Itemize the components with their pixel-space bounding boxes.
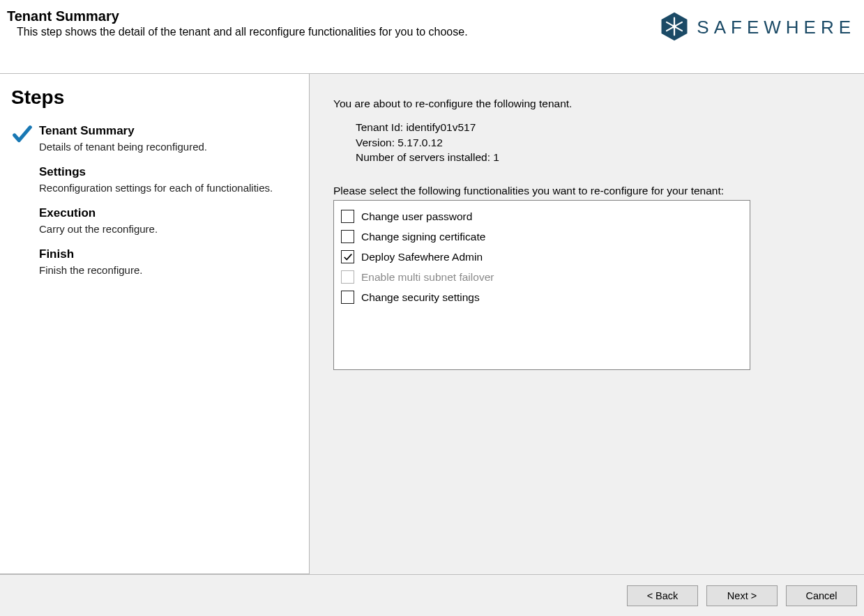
func-label: Deploy Safewhere Admin bbox=[361, 251, 483, 263]
next-button[interactable]: Next > bbox=[706, 585, 778, 606]
step-desc: Carry out the reconfigure. bbox=[39, 222, 301, 236]
func-label: Change user password bbox=[361, 210, 472, 223]
checkmark-icon bbox=[12, 124, 33, 147]
tenant-servers-value: 1 bbox=[493, 151, 499, 163]
func-deploy-safewhere-admin[interactable]: Deploy Safewhere Admin bbox=[340, 247, 744, 267]
tenant-servers-row: Number of servers installed: 1 bbox=[356, 150, 843, 165]
checkbox-checked-icon[interactable] bbox=[341, 250, 354, 263]
tenant-version-value: 5.17.0.12 bbox=[397, 137, 443, 148]
step-title: Finish bbox=[39, 247, 301, 261]
checkbox-icon[interactable] bbox=[341, 230, 354, 243]
tenant-id-value: identify01v517 bbox=[406, 121, 476, 133]
func-label: Change signing certificate bbox=[361, 231, 485, 243]
select-prompt: Please select the following functionalit… bbox=[333, 185, 843, 197]
step-settings: Settings Reconfiguration settings for ea… bbox=[11, 165, 301, 195]
steps-heading: Steps bbox=[11, 86, 301, 109]
step-desc: Reconfiguration settings for each of fun… bbox=[39, 180, 301, 195]
func-enable-multi-subnet-failover: Enable multi subnet failover bbox=[340, 267, 744, 287]
steps-sidebar: Steps Tenant Summary Details of tenant b… bbox=[0, 74, 310, 574]
content-area: Steps Tenant Summary Details of tenant b… bbox=[0, 74, 864, 574]
step-execution: Execution Carry out the reconfigure. bbox=[11, 206, 301, 236]
func-change-signing-certificate[interactable]: Change signing certificate bbox=[340, 226, 744, 247]
func-label: Enable multi subnet failover bbox=[361, 271, 494, 284]
checkbox-icon[interactable] bbox=[341, 210, 354, 223]
safewhere-icon bbox=[659, 11, 690, 44]
step-title: Settings bbox=[39, 165, 301, 179]
intro-text: You are about to re-configure the follow… bbox=[333, 98, 843, 110]
tenant-id-row: Tenant Id: identify01v517 bbox=[356, 120, 843, 135]
step-desc: Details of tenant being reconfigured. bbox=[39, 139, 301, 154]
func-label: Change security settings bbox=[361, 291, 480, 304]
header: Tenant Summary This step shows the detai… bbox=[0, 0, 864, 73]
checkbox-disabled-icon bbox=[341, 270, 354, 284]
brand-logo: SAFEWHERE bbox=[659, 6, 858, 44]
page-subtitle: This step shows the detail of the tenant… bbox=[7, 24, 468, 38]
step-title: Tenant Summary bbox=[39, 124, 301, 138]
step-finish: Finish Finish the reconfigure. bbox=[11, 247, 301, 277]
page-title: Tenant Summary bbox=[7, 8, 468, 24]
svg-point-4 bbox=[673, 24, 676, 28]
step-desc: Finish the reconfigure. bbox=[39, 263, 301, 277]
main-panel: You are about to re-configure the follow… bbox=[310, 74, 864, 574]
brand-name: SAFEWHERE bbox=[697, 17, 856, 38]
tenant-version-row: Version: 5.17.0.12 bbox=[356, 135, 843, 151]
cancel-button[interactable]: Cancel bbox=[786, 585, 857, 606]
wizard-button-bar: < Back Next > Cancel bbox=[0, 574, 864, 616]
step-title: Execution bbox=[39, 206, 301, 220]
header-text: Tenant Summary This step shows the detai… bbox=[7, 6, 468, 38]
tenant-version-label: Version: bbox=[356, 137, 395, 148]
func-change-user-password[interactable]: Change user password bbox=[340, 206, 744, 226]
checkbox-icon[interactable] bbox=[341, 291, 354, 304]
back-button[interactable]: < Back bbox=[627, 585, 698, 606]
step-tenant-summary: Tenant Summary Details of tenant being r… bbox=[11, 124, 301, 154]
tenant-id-label: Tenant Id: bbox=[356, 121, 403, 133]
func-change-security-settings[interactable]: Change security settings bbox=[340, 287, 744, 307]
functionalities-listbox: Change user password Change signing cert… bbox=[333, 200, 750, 370]
tenant-servers-label: Number of servers installed: bbox=[356, 151, 490, 163]
tenant-info: Tenant Id: identify01v517 Version: 5.17.… bbox=[333, 120, 843, 165]
step-active-indicator bbox=[11, 124, 33, 154]
